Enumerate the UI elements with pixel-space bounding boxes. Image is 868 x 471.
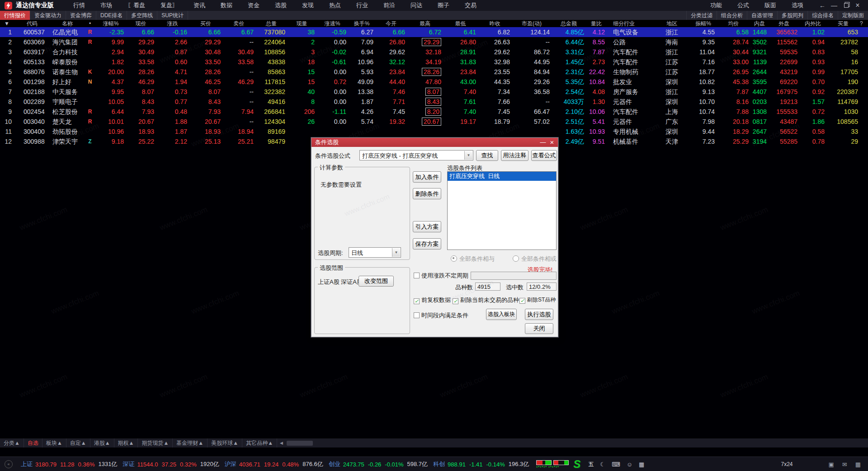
header-col-3[interactable]: 现价 <box>126 20 156 27</box>
import-plan-button[interactable]: 引入方案 <box>413 221 441 232</box>
menu-item-3[interactable]: 复盘〗 <box>153 0 186 11</box>
index-name-0[interactable]: 上证 <box>21 460 33 468</box>
find-button[interactable]: 查找 <box>476 150 498 161</box>
cycle-checkbox[interactable]: 使用涨跌不定周期 <box>414 272 468 280</box>
tab-item-4[interactable]: 港股▲ <box>90 438 114 447</box>
forward-adjust-checkbox[interactable]: ✓前复权数据 <box>414 296 451 304</box>
header-col-14[interactable]: 昨收 <box>478 20 512 27</box>
header-col-25[interactable]: 买量 <box>826 20 860 27</box>
table-row[interactable]: 8002289宇顺电子10.058.430.778.43--4941680.00… <box>0 97 868 107</box>
menu-item-9[interactable]: 热点 <box>321 0 349 11</box>
header-col-7[interactable]: 总量 <box>255 20 287 27</box>
close-icon[interactable]: × <box>852 1 863 9</box>
index-name-2[interactable]: 沪深 <box>225 460 236 468</box>
menu-item-14[interactable]: 交易 <box>457 0 484 11</box>
time-range-checkbox[interactable]: 时间段内满足条件 <box>414 311 468 320</box>
header-col-2[interactable]: 涨幅% <box>96 20 126 27</box>
header-col-22[interactable]: 内盘 <box>750 20 769 27</box>
tab-scroll-left-icon[interactable]: ◀ <box>277 441 286 445</box>
toolbar-item-1[interactable]: 资金驱动力 <box>30 11 66 20</box>
toolbar-right-item-3[interactable]: 多股同列 <box>777 11 807 20</box>
toolbar-item-0[interactable]: 行情报价 <box>0 11 30 20</box>
header-col-11[interactable]: 今开 <box>375 20 407 27</box>
table-row[interactable]: 2603069海汽集团R9.9929.292.6629.29--22406420… <box>0 37 868 47</box>
menu-item-13[interactable]: 圈子 <box>430 0 457 11</box>
header-col-10[interactable]: 换手% <box>348 20 375 27</box>
right-menu-item-0[interactable]: 功能 <box>703 0 730 11</box>
tab-item-0[interactable]: 分类▲ <box>0 438 24 447</box>
index-name-3[interactable]: 创业 <box>329 460 340 468</box>
table-row[interactable]: 6001298好上好N4.3746.291.9446.2546.29117815… <box>0 77 868 87</box>
tab-scrollbar[interactable] <box>287 441 313 446</box>
header-col-9[interactable]: 涨速% <box>316 20 348 27</box>
toolbar-right-item-0[interactable]: 分类过滤 <box>686 11 717 20</box>
table-row[interactable]: 4605133嵘泰股份1.8233.580.6033.5033.58438381… <box>0 57 868 67</box>
execute-pick-button[interactable]: 执行选股 <box>525 309 553 320</box>
mode-label[interactable]: 五 <box>588 461 594 468</box>
menu-item-5[interactable]: 数据 <box>213 0 240 11</box>
menu-item-2[interactable]: 〖看盘 <box>120 0 153 11</box>
dialog-minimize-icon[interactable]: — <box>538 138 548 147</box>
header-col-17[interactable]: 量比 <box>586 20 607 27</box>
usage-note-button[interactable]: 用法注释 <box>501 150 528 161</box>
header-col-19[interactable]: 地区 <box>654 20 690 27</box>
header-col-4[interactable]: 涨跌 <box>156 20 189 27</box>
message-icon[interactable]: ✉ <box>842 461 847 468</box>
tab-item-5[interactable]: 期权▲ <box>114 438 138 447</box>
header-col-5[interactable]: 买价 <box>189 20 222 27</box>
menu-item-12[interactable]: 问达 <box>403 0 430 11</box>
help-icon[interactable]: ? <box>860 20 863 27</box>
dialog-close-icon[interactable]: × <box>547 138 557 147</box>
monitor-icon[interactable]: ▣ <box>829 461 834 468</box>
menu-item-10[interactable]: 行业 <box>349 0 376 11</box>
minimize-icon[interactable]: — <box>828 2 840 9</box>
formula-combobox[interactable]: 打底压突穿线 - 打底压突穿线 ▼ <box>359 150 473 160</box>
header-col-16[interactable]: 总金额 <box>552 20 586 27</box>
header-col-8[interactable]: 现量 <box>287 20 316 27</box>
toolbar-item-5[interactable]: SUP统计 <box>157 11 188 20</box>
menu-item-4[interactable]: 资讯 <box>186 0 213 11</box>
cycle-input[interactable] <box>471 272 557 280</box>
table-row[interactable]: 1600537亿晶光电R-2.356.66-0.166.666.67737080… <box>0 27 868 37</box>
toolbar-right-item-4[interactable]: 综合排名 <box>807 11 838 20</box>
header-name[interactable]: 名称 <box>51 20 84 27</box>
table-row[interactable]: 10003040楚天龙R10.0120.671.8820.67--1243042… <box>0 117 868 127</box>
condition-listbox[interactable]: 打底压突穿线 日线 <box>447 171 557 250</box>
radio-all-and[interactable]: 全部条件相与 <box>451 255 495 263</box>
header-col-23[interactable]: 外盘 <box>769 20 799 27</box>
menu-item-11[interactable]: 前沿 <box>376 0 403 11</box>
tab-item-1[interactable]: 自选 <box>24 438 42 447</box>
tab-item-8[interactable]: 美股环球▲ <box>208 438 242 447</box>
toolbar-right-item-5[interactable]: 定制版面 <box>838 11 868 20</box>
grid-icon[interactable]: ▦ <box>639 461 644 468</box>
header-code[interactable]: 代码 <box>14 20 51 27</box>
right-menu-item-1[interactable]: 公式 <box>730 0 757 11</box>
menu-item-6[interactable]: 资金 <box>240 0 267 11</box>
chevron-down-icon[interactable]: ▼ <box>464 151 472 160</box>
apps-icon[interactable]: ▦ <box>855 461 861 468</box>
dialog-title-bar[interactable]: 条件选股 — × <box>311 138 558 147</box>
header-col-24[interactable]: 内外比 <box>799 20 826 27</box>
toolbar-right-item-1[interactable]: 组合分析 <box>717 11 747 20</box>
header-col-12[interactable]: 最高 <box>407 20 443 27</box>
toolbar-item-4[interactable]: 多空阵线 <box>127 11 157 20</box>
toolbar-item-3[interactable]: DDE排名 <box>96 11 127 20</box>
menu-item-7[interactable]: 选股 <box>267 0 294 11</box>
right-menu-item-2[interactable]: 版面 <box>757 0 784 11</box>
tab-item-2[interactable]: 板块▲ <box>42 438 66 447</box>
pick-to-block-button[interactable]: 选股入板块 <box>486 309 517 320</box>
toolbar-item-2[interactable]: 资金博弈 <box>66 11 96 20</box>
toolbar-right-item-2[interactable]: 自选管理 <box>747 11 777 20</box>
header-col-6[interactable]: 卖价 <box>222 20 255 27</box>
radio-all-or[interactable]: 全部条件相或 <box>513 255 557 263</box>
restore-icon[interactable] <box>840 2 852 9</box>
delete-condition-button[interactable]: 删除条件 <box>413 188 441 199</box>
user-icon[interactable]: ☺ <box>627 461 632 468</box>
table-row[interactable]: 11300400劲拓股份10.9618.931.8718.9318.948916… <box>0 127 868 137</box>
close-button[interactable]: 关闭 <box>525 323 553 334</box>
index-name-1[interactable]: 深证 <box>123 460 134 468</box>
save-plan-button[interactable]: 保存方案 <box>413 238 441 250</box>
tab-item-7[interactable]: 基金理财▲ <box>173 438 208 447</box>
header-col-15[interactable]: 市盈(动) <box>512 20 552 27</box>
table-row[interactable]: 7002188中天服务9.958.070.738.07--322382400.0… <box>0 87 868 97</box>
